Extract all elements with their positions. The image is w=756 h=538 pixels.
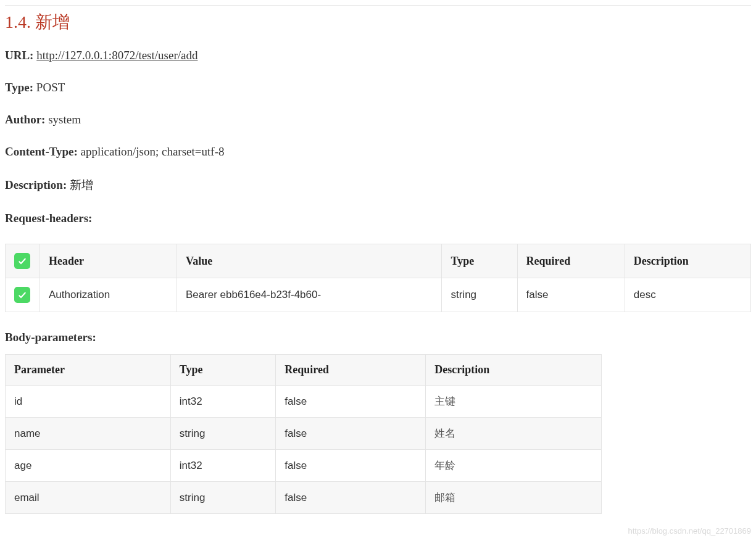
author-row: Author: system <box>5 113 751 126</box>
bp-cell-required: false <box>276 386 426 418</box>
rh-col-type: Type <box>442 244 517 278</box>
type-row: Type: POST <box>5 81 751 94</box>
bp-cell-parameter: id <box>6 386 171 418</box>
url-label: URL: <box>5 49 33 62</box>
rh-cell-header: Authorization <box>40 278 177 312</box>
bp-cell-type: int32 <box>170 450 275 482</box>
description-row: Description: 新增 <box>5 177 751 193</box>
body-parameters-table: Parameter Type Required Description id i… <box>5 354 602 514</box>
rh-cell-value: Bearer ebb616e4-b23f-4b60- <box>177 278 442 312</box>
request-headers-heading: Request-headers: <box>5 212 751 225</box>
bp-cell-type: string <box>170 418 275 450</box>
content-type-row: Content-Type: application/json; charset=… <box>5 145 751 159</box>
bp-cell-description: 邮箱 <box>426 482 602 514</box>
rh-col-required: Required <box>517 244 625 278</box>
bp-col-required: Required <box>276 355 426 386</box>
content-type-label: Content-Type: <box>5 145 78 158</box>
type-label: Type: <box>5 81 33 94</box>
table-row: age int32 false 年龄 <box>6 450 602 482</box>
bp-cell-parameter: age <box>6 450 171 482</box>
rh-cell-type: string <box>442 278 517 312</box>
bp-cell-description: 年龄 <box>426 450 602 482</box>
table-row: email string false 邮箱 <box>6 482 602 514</box>
description-label: Description: <box>5 178 67 191</box>
body-parameters-label: Body-parameters: <box>5 331 96 344</box>
bp-cell-required: false <box>276 450 426 482</box>
url-link[interactable]: http://127.0.0.1:8072/test/user/add <box>36 49 197 62</box>
bp-cell-required: false <box>276 482 426 514</box>
watermark: https://blog.csdn.net/qq_22701869 <box>628 526 752 536</box>
bp-col-description: Description <box>426 355 602 386</box>
bp-cell-description: 姓名 <box>426 418 602 450</box>
rh-col-header: Header <box>40 244 177 278</box>
bp-cell-description: 主键 <box>426 386 602 418</box>
top-divider <box>5 5 751 6</box>
section-name: 新增 <box>35 12 70 31</box>
check-icon[interactable] <box>14 287 30 303</box>
rh-col-value: Value <box>177 244 442 278</box>
bp-col-type: Type <box>170 355 275 386</box>
bp-cell-type: string <box>170 482 275 514</box>
description-value: 新增 <box>70 178 93 191</box>
rh-cell-description: desc <box>625 278 750 312</box>
url-row: URL: http://127.0.0.1:8072/test/user/add <box>5 49 751 62</box>
type-value: POST <box>36 81 65 94</box>
section-number: 1.4. <box>5 12 31 31</box>
content-type-value: application/json; charset=utf-8 <box>81 145 225 158</box>
table-row: Authorization Bearer ebb616e4-b23f-4b60-… <box>6 278 751 312</box>
author-value: system <box>48 113 81 126</box>
author-label: Author: <box>5 113 45 126</box>
request-headers-label: Request-headers: <box>5 212 92 225</box>
body-parameters-heading: Body-parameters: <box>5 331 751 344</box>
rh-cell-check <box>6 278 40 312</box>
rh-cell-required: false <box>517 278 625 312</box>
rh-col-check <box>6 244 40 278</box>
bp-cell-type: int32 <box>170 386 275 418</box>
bp-cell-parameter: name <box>6 418 171 450</box>
table-row: name string false 姓名 <box>6 418 602 450</box>
section-title: 1.4. 新增 <box>5 10 751 34</box>
rh-col-description: Description <box>625 244 750 278</box>
request-headers-table: Header Value Type Required Description A… <box>5 244 751 312</box>
bp-cell-required: false <box>276 418 426 450</box>
check-icon[interactable] <box>14 253 30 269</box>
bp-col-parameter: Parameter <box>6 355 171 386</box>
bp-cell-parameter: email <box>6 482 171 514</box>
table-row: id int32 false 主键 <box>6 386 602 418</box>
